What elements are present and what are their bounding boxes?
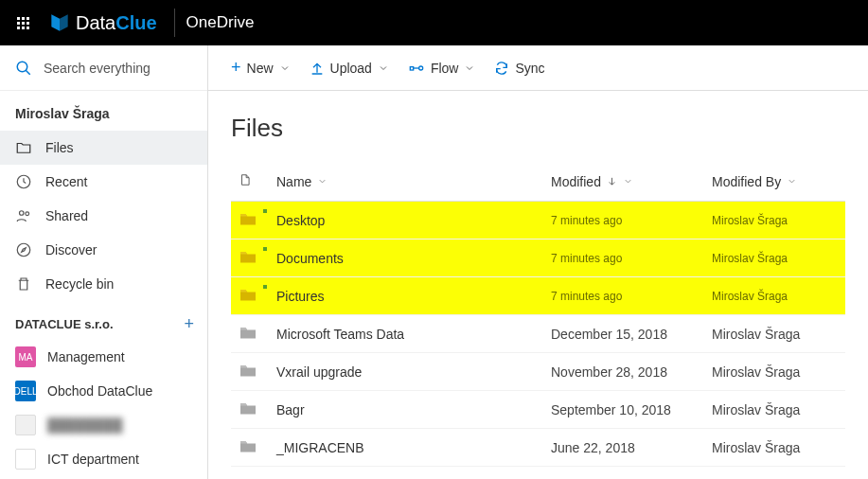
site-badge-icon: DELL <box>15 381 36 401</box>
chevron-down-icon <box>787 176 797 186</box>
upload-button[interactable]: Upload <box>310 61 389 76</box>
table-row[interactable]: Documents7 minutes agoMiroslav Šraga <box>231 240 845 277</box>
toolbar-label: Flow <box>431 61 459 76</box>
table-row[interactable]: _MIGRACENBJune 22, 2018Miroslav Šraga <box>231 429 845 467</box>
svg-rect-6 <box>410 66 413 69</box>
divider <box>174 9 175 37</box>
sidebar-item-discover[interactable]: Discover <box>0 233 207 267</box>
file-modified-by: Miroslav Šraga <box>704 315 845 353</box>
sidebar-item-label: Recent <box>45 174 87 189</box>
user-name: Miroslav Šraga <box>0 91 207 131</box>
file-modified: 7 minutes ago <box>543 240 704 277</box>
search-box[interactable]: Search everything <box>0 45 207 91</box>
file-modified-by: Miroslav Šraga <box>704 353 845 391</box>
file-name: Documents <box>269 240 543 277</box>
search-icon <box>15 60 32 77</box>
file-modified: December 15, 2018 <box>543 315 704 353</box>
flow-icon <box>408 61 425 76</box>
svg-point-4 <box>26 212 29 216</box>
table-row[interactable]: BagrSeptember 10, 2018Miroslav Šraga <box>231 391 845 429</box>
plus-icon: + <box>231 58 241 78</box>
table-row[interactable]: Microsoft Teams DataDecember 15, 2018Mir… <box>231 315 845 353</box>
folder-icon <box>239 438 257 453</box>
people-icon <box>15 207 32 224</box>
favorite-item[interactable]: ████████ <box>0 408 207 442</box>
page-title: Files <box>231 114 845 143</box>
chevron-down-icon <box>464 62 475 74</box>
file-name: Desktop <box>269 202 543 240</box>
column-header-type[interactable] <box>231 162 269 202</box>
file-modified-by: Miroslav Šraga <box>704 240 845 277</box>
folder-icon <box>239 287 257 302</box>
sync-button[interactable]: Sync <box>494 61 544 76</box>
toolbar: + New Upload Flow Sync <box>208 45 868 91</box>
file-name: Microsoft Teams Data <box>269 315 543 353</box>
sidebar-item-shared[interactable]: Shared <box>0 199 207 233</box>
folder-icon <box>239 211 257 226</box>
section-header: DATACLUE s.r.o. + <box>0 301 207 340</box>
main-content: + New Upload Flow Sync Files <box>208 45 868 479</box>
favorite-label: Management <box>47 349 125 364</box>
file-table: Name Modified Modified By <box>231 162 845 467</box>
waffle-icon <box>17 17 29 29</box>
favorite-item[interactable]: ICT department <box>0 442 207 476</box>
favorite-label: Obchod DataClue <box>47 383 152 399</box>
svg-line-1 <box>26 70 30 75</box>
sidebar-item-label: Files <box>45 140 74 155</box>
file-modified: 7 minutes ago <box>543 277 704 315</box>
file-modified: June 22, 2018 <box>543 429 704 467</box>
column-header-name[interactable]: Name <box>269 162 543 202</box>
upload-icon <box>310 61 325 76</box>
brand-word-bold: Clue <box>115 12 156 33</box>
file-name: Vxrail upgrade <box>269 353 543 391</box>
favorite-item[interactable]: DELLObchod DataClue <box>0 374 207 408</box>
sidebar-item-label: Discover <box>45 242 97 257</box>
app-title: OneDrive <box>186 13 255 32</box>
file-modified-by: Miroslav Šraga <box>704 277 845 315</box>
folder-icon <box>239 249 257 264</box>
folder-icon <box>15 139 32 156</box>
file-modified-by: Miroslav Šraga <box>704 429 845 467</box>
favorite-label: ████████ <box>47 417 122 433</box>
column-header-modified[interactable]: Modified <box>543 162 704 202</box>
arrow-down-icon <box>607 176 617 186</box>
folder-icon <box>239 400 257 416</box>
file-name: _MIGRACENB <box>269 429 543 467</box>
chevron-down-icon <box>623 176 633 186</box>
new-button[interactable]: + New <box>231 58 291 78</box>
sidebar: Search everything Miroslav Šraga Files R… <box>0 45 208 479</box>
folder-icon <box>239 325 257 340</box>
file-name: Pictures <box>269 277 543 315</box>
chevron-down-icon <box>317 176 328 186</box>
column-header-modifiedby[interactable]: Modified By <box>704 162 845 202</box>
chevron-down-icon <box>279 62 291 74</box>
svg-point-5 <box>17 243 30 257</box>
clock-icon <box>15 173 32 190</box>
flow-button[interactable]: Flow <box>408 61 476 76</box>
app-header: DataClue OneDrive <box>0 0 868 45</box>
brand-word-plain: Data <box>76 12 115 33</box>
file-modified: 7 minutes ago <box>543 202 704 240</box>
section-title: DATACLUE s.r.o. <box>15 317 114 331</box>
table-row[interactable]: Desktop7 minutes agoMiroslav Šraga <box>231 202 845 240</box>
brand: DataClue <box>45 0 170 45</box>
site-badge-icon <box>15 415 36 435</box>
file-icon <box>239 171 252 188</box>
trash-icon <box>15 275 32 293</box>
app-launcher-button[interactable] <box>0 0 45 45</box>
file-modified-by: Miroslav Šraga <box>704 391 845 429</box>
add-site-button[interactable]: + <box>180 314 198 334</box>
toolbar-label: New <box>247 61 274 76</box>
sidebar-item-files[interactable]: Files <box>0 131 207 165</box>
favorite-item[interactable]: MAManagement <box>0 340 207 374</box>
site-badge-icon: MA <box>15 346 36 367</box>
table-row[interactable]: Vxrail upgradeNovember 28, 2018Miroslav … <box>231 353 845 391</box>
sidebar-item-recycle[interactable]: Recycle bin <box>0 267 207 301</box>
svg-point-3 <box>20 211 25 216</box>
table-row[interactable]: Pictures7 minutes agoMiroslav Šraga <box>231 277 845 315</box>
sync-icon <box>494 61 509 76</box>
search-placeholder: Search everything <box>44 61 151 76</box>
file-name: Bagr <box>269 391 543 429</box>
sidebar-item-recent[interactable]: Recent <box>0 165 207 199</box>
file-modified: November 28, 2018 <box>543 353 704 391</box>
